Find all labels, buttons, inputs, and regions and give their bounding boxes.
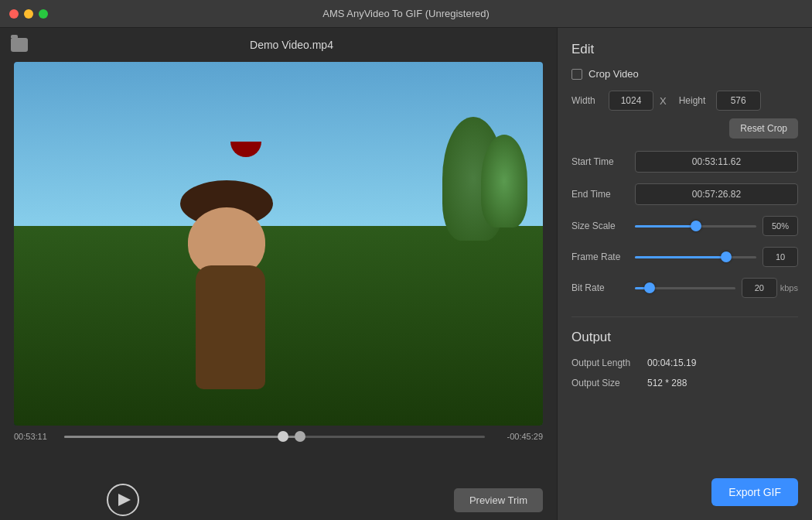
right-panel: Edit Crop Video Width X Height Reset Cro… xyxy=(557,28,812,520)
output-size-label: Output Size xyxy=(571,378,647,388)
start-time-row: Start Time xyxy=(571,151,798,173)
bit-rate-label: Bit Rate xyxy=(571,282,635,293)
crop-video-label: Crop Video xyxy=(589,68,639,80)
x-separator: X xyxy=(660,95,667,107)
character xyxy=(172,188,296,389)
bit-rate-value: 20 xyxy=(742,278,777,298)
timeline-area: 00:53:11 -00:45:29 xyxy=(0,426,557,480)
end-time-label: End Time xyxy=(571,189,635,200)
time-left: 00:53:11 xyxy=(14,432,56,441)
output-size-row: Output Size 512 * 288 xyxy=(571,378,798,388)
size-scale-row: Size Scale 50% xyxy=(571,216,798,236)
width-label: Width xyxy=(571,95,602,106)
output-length-row: Output Length 00:04:15.19 xyxy=(571,358,798,368)
bit-rate-thumb[interactable] xyxy=(644,282,655,293)
bit-rate-slider-wrapper xyxy=(635,280,735,296)
tree2 xyxy=(481,135,527,228)
height-input[interactable] xyxy=(716,91,761,111)
edit-section-title: Edit xyxy=(571,42,798,57)
size-scale-value: 50% xyxy=(763,216,798,236)
scrubber-fill xyxy=(64,436,295,438)
preview-trim-button[interactable]: Preview Trim xyxy=(454,488,543,512)
close-button[interactable] xyxy=(9,9,19,19)
output-length-value: 00:04:15.19 xyxy=(647,358,696,368)
char-body xyxy=(196,265,265,389)
scrubber-handle2[interactable] xyxy=(295,431,305,442)
size-scale-slider-wrapper xyxy=(635,218,756,234)
export-gif-button[interactable]: Export GIF xyxy=(711,478,798,506)
window-controls xyxy=(9,9,48,19)
frame-rate-row: Frame Rate 10 xyxy=(571,247,798,267)
crop-video-checkbox[interactable] xyxy=(571,69,582,80)
scrubber-track[interactable] xyxy=(64,436,485,438)
file-name: Demo Video.mp4 xyxy=(37,39,546,51)
frame-rate-label: Frame Rate xyxy=(571,251,635,262)
minimize-button[interactable] xyxy=(24,9,33,19)
output-section-title: Output xyxy=(571,330,798,345)
bit-rate-track xyxy=(635,287,735,289)
height-label: Height xyxy=(679,95,710,106)
size-scale-track xyxy=(635,225,756,228)
scrubber-handle[interactable] xyxy=(278,431,288,442)
output-length-label: Output Length xyxy=(571,358,647,368)
folder-icon[interactable] xyxy=(11,38,28,52)
frame-rate-fill xyxy=(635,256,726,258)
width-input[interactable] xyxy=(609,91,653,111)
frame-rate-track xyxy=(635,256,756,258)
bottom-controls: Preview Trim xyxy=(0,480,557,520)
main-layout: Demo Video.mp4 xyxy=(0,28,812,520)
frame-rate-thumb[interactable] xyxy=(721,251,732,262)
play-button[interactable] xyxy=(107,484,139,516)
size-scale-fill xyxy=(635,225,696,228)
start-time-input[interactable] xyxy=(635,151,798,173)
kbps-label: kbps xyxy=(780,283,798,292)
video-placeholder xyxy=(14,62,543,426)
crop-video-row: Crop Video xyxy=(571,68,798,80)
time-right: -00:45:29 xyxy=(493,432,543,441)
end-time-input[interactable] xyxy=(635,183,798,205)
video-area xyxy=(14,62,543,426)
title-bar: AMS AnyVideo To GIF (Unregistered) xyxy=(0,0,812,28)
maximize-button[interactable] xyxy=(39,9,48,19)
timeline-row: 00:53:11 -00:45:29 xyxy=(14,432,543,441)
frame-rate-value: 10 xyxy=(763,247,798,267)
dimension-row: Width X Height xyxy=(571,91,798,111)
reset-crop-button[interactable]: Reset Crop xyxy=(729,118,798,139)
bit-rate-row: Bit Rate 20 kbps xyxy=(571,278,798,298)
left-panel: Demo Video.mp4 xyxy=(0,28,557,520)
size-scale-thumb[interactable] xyxy=(691,221,701,231)
export-btn-row: Export GIF xyxy=(571,470,798,506)
divider xyxy=(571,316,798,317)
output-size-value: 512 * 288 xyxy=(647,378,687,388)
file-header: Demo Video.mp4 xyxy=(0,28,557,62)
app-title: AMS AnyVideo To GIF (Unregistered) xyxy=(322,8,490,19)
frame-rate-slider-wrapper xyxy=(635,249,756,265)
size-scale-label: Size Scale xyxy=(571,221,635,231)
reset-crop-row: Reset Crop xyxy=(571,118,798,139)
end-time-row: End Time xyxy=(571,183,798,205)
start-time-label: Start Time xyxy=(571,156,635,167)
